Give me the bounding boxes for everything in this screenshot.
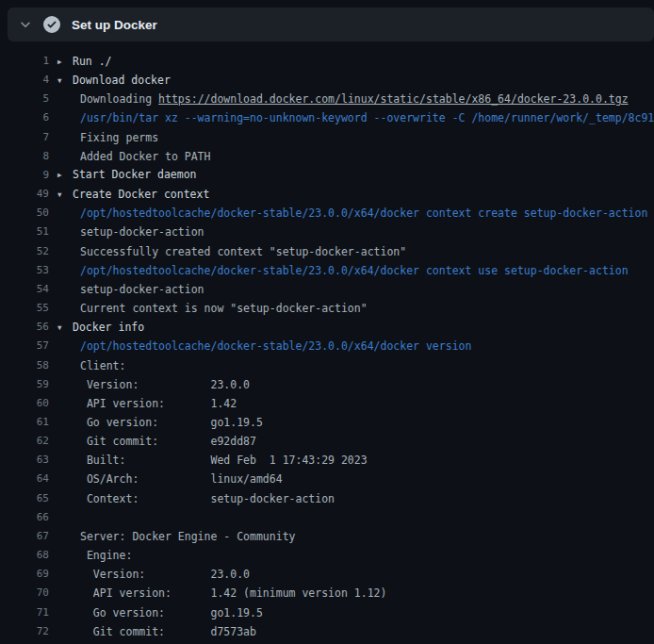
- log-row: 55Current context is now "setup-docker-a…: [0, 299, 654, 318]
- log-row: 72 Git commit: d7573ab: [0, 622, 654, 641]
- log-row: 52Successfully created context "setup-do…: [0, 242, 654, 261]
- group-label: Download docker: [73, 74, 171, 87]
- group-label: Start Docker daemon: [73, 168, 197, 181]
- log-row: 61 Go version: go1.19.5: [0, 413, 654, 432]
- log-group-toggle[interactable]: ▶Start Docker daemon: [49, 166, 197, 185]
- log-group-toggle[interactable]: ▼Download docker: [49, 71, 171, 90]
- line-number-link[interactable]: 6: [0, 108, 49, 127]
- log-text: Built: Wed Feb 1 17:43:29 2023: [49, 451, 368, 470]
- log-row: 65 Context: setup-docker-action: [0, 489, 654, 508]
- log-text: Current context is now "setup-docker-act…: [49, 299, 368, 318]
- log-group-toggle[interactable]: ▶Run ./: [49, 52, 112, 71]
- download-url-link[interactable]: https://download.docker.com/linux/static…: [158, 92, 629, 106]
- line-number-link[interactable]: 60: [0, 394, 49, 413]
- line-number-link[interactable]: 56: [0, 318, 49, 337]
- line-number-link[interactable]: 9: [0, 166, 49, 185]
- log-text: setup-docker-action: [49, 280, 204, 299]
- triangle-down-icon: ▼: [57, 319, 73, 338]
- log-row: 69 Version: 23.0.0: [0, 565, 654, 584]
- log-row: 67Server: Docker Engine - Community: [0, 527, 654, 546]
- line-number-link[interactable]: 58: [0, 356, 49, 375]
- triangle-down-icon: ▼: [57, 186, 73, 205]
- line-number-link[interactable]: 5: [0, 90, 49, 108]
- line-number-link[interactable]: 59: [0, 375, 49, 394]
- line-number-link[interactable]: 71: [0, 603, 49, 622]
- log-text: Successfully created context "setup-dock…: [49, 242, 406, 261]
- log-row: 4▼Download docker: [0, 71, 654, 90]
- log-text-prefix: Downloading: [80, 92, 158, 106]
- line-number-link[interactable]: 49: [0, 185, 49, 204]
- line-number-link[interactable]: 69: [0, 565, 49, 584]
- log-text: Downloading https://download.docker.com/…: [49, 90, 629, 108]
- line-number-link[interactable]: 72: [0, 622, 49, 641]
- log-text: Server: Docker Engine - Community: [49, 527, 295, 546]
- log-text: API version: 1.42 (minimum version 1.12): [49, 584, 386, 603]
- line-number-link[interactable]: 53: [0, 261, 49, 280]
- log-row: 56▼Docker info: [0, 318, 654, 337]
- line-number-link[interactable]: 61: [0, 413, 49, 432]
- log-text: Client:: [49, 356, 125, 375]
- log-row: 1▶Run ./: [0, 52, 654, 71]
- log-row: 5Downloading https://download.docker.com…: [0, 90, 654, 108]
- log-text: Git commit: e92dd87: [49, 432, 256, 451]
- log-text: Context: setup-docker-action: [49, 489, 335, 508]
- log-row: 50/opt/hostedtoolcache/docker-stable/23.…: [0, 204, 654, 223]
- log-row: 7Fixing perms: [0, 128, 654, 147]
- line-number-link[interactable]: 4: [0, 71, 49, 90]
- line-number-link[interactable]: 8: [0, 147, 49, 166]
- log-row: 51setup-docker-action: [0, 223, 654, 241]
- log-group-toggle[interactable]: ▼Docker info: [49, 318, 144, 337]
- command-text: /opt/hostedtoolcache/docker-stable/23.0.…: [49, 261, 629, 280]
- chevron-down-icon[interactable]: [19, 18, 32, 31]
- triangle-right-icon: ▶: [57, 166, 73, 185]
- command-text: /opt/hostedtoolcache/docker-stable/23.0.…: [49, 337, 471, 355]
- group-label: Docker info: [73, 321, 144, 334]
- line-number-link[interactable]: 65: [0, 489, 49, 508]
- command-text: /usr/bin/tar xz --warning=no-unknown-key…: [49, 108, 654, 127]
- log-row: 58Client:: [0, 356, 654, 375]
- log-text: Added Docker to PATH: [49, 147, 210, 166]
- log-row: 60 API version: 1.42: [0, 394, 654, 413]
- log-text: Version: 23.0.0: [49, 375, 250, 394]
- log-text: Git commit: d7573ab: [49, 622, 256, 641]
- triangle-down-icon: ▼: [57, 72, 73, 91]
- line-number-link[interactable]: 52: [0, 242, 49, 261]
- log-row: 9▶Start Docker daemon: [0, 166, 654, 185]
- log-group-toggle[interactable]: ▼Create Docker context: [49, 185, 209, 204]
- command-text: /opt/hostedtoolcache/docker-stable/23.0.…: [49, 204, 647, 223]
- line-number-link[interactable]: 57: [0, 337, 49, 355]
- log-row: 71 Go version: go1.19.5: [0, 603, 654, 622]
- triangle-right-icon: ▶: [57, 53, 73, 72]
- line-number-link[interactable]: 66: [0, 508, 49, 527]
- log-row: 49▼Create Docker context: [0, 185, 654, 204]
- line-number-link[interactable]: 63: [0, 451, 49, 470]
- log-row: 64 OS/Arch: linux/amd64: [0, 470, 654, 488]
- line-number-link[interactable]: 50: [0, 204, 49, 223]
- line-number-link[interactable]: 1: [0, 52, 49, 71]
- line-number-link[interactable]: 68: [0, 546, 49, 565]
- log-row: 62 Git commit: e92dd87: [0, 432, 654, 451]
- log-row: 6/usr/bin/tar xz --warning=no-unknown-ke…: [0, 108, 654, 127]
- log-text: Fixing perms: [49, 128, 158, 147]
- group-label: Run ./: [73, 55, 112, 68]
- line-number-link[interactable]: 67: [0, 527, 49, 546]
- step-title: Set up Docker: [72, 18, 157, 32]
- line-number-link[interactable]: 64: [0, 470, 49, 488]
- line-number-link[interactable]: 55: [0, 299, 49, 318]
- log-row: 66: [0, 508, 654, 527]
- line-number-link[interactable]: 70: [0, 584, 49, 603]
- line-number-link[interactable]: 62: [0, 432, 49, 451]
- log-area: 1▶Run ./4▼Download docker5Downloading ht…: [0, 41, 654, 641]
- log-text: Engine:: [49, 546, 132, 565]
- log-row: 68 Engine:: [0, 546, 654, 565]
- log-text: Version: 23.0.0: [49, 565, 250, 584]
- line-number-link[interactable]: 51: [0, 223, 49, 241]
- log-text: setup-docker-action: [49, 223, 204, 241]
- line-number-link[interactable]: 7: [0, 128, 49, 147]
- group-label: Create Docker context: [73, 188, 209, 201]
- log-row: 59 Version: 23.0.0: [0, 375, 654, 394]
- log-row: 57/opt/hostedtoolcache/docker-stable/23.…: [0, 337, 654, 355]
- line-number-link[interactable]: 54: [0, 280, 49, 299]
- log-text: Go version: go1.19.5: [49, 413, 263, 432]
- step-header[interactable]: Set up Docker: [8, 8, 654, 41]
